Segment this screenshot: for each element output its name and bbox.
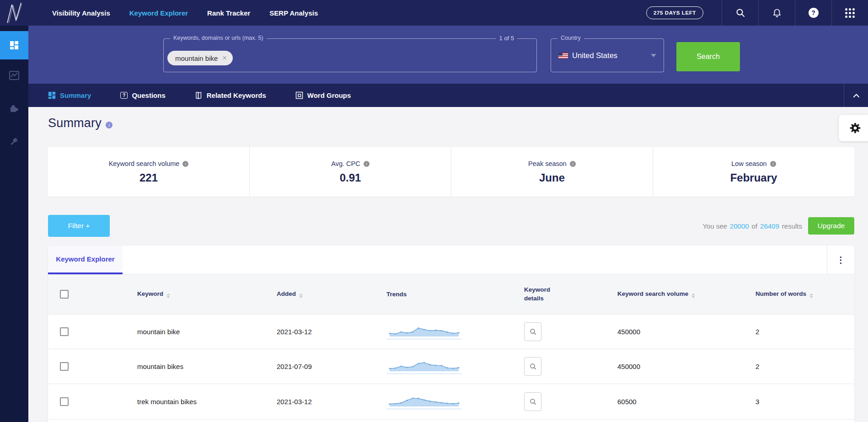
table-row: mountain bike 2021-03-12 450000 2 xyxy=(48,314,854,349)
tab-questions[interactable]: ? Questions xyxy=(120,91,165,99)
page: Visibility Analysis Keyword Explorer Ran… xyxy=(0,0,868,422)
row-checkbox[interactable] xyxy=(60,397,69,406)
info-icon[interactable]: i xyxy=(570,161,576,167)
main-content: Summary i Keyword search volume i xyxy=(28,107,868,422)
results-shown-count: 20000 xyxy=(730,222,749,230)
nav-rank-tracker[interactable]: Rank Tracker xyxy=(207,9,250,17)
summary-grid-icon xyxy=(48,91,56,99)
trend-sparkline xyxy=(386,324,462,340)
tab-questions-label: Questions xyxy=(132,91,165,99)
bell-icon xyxy=(772,8,782,18)
tab-summary[interactable]: Summary xyxy=(48,91,91,99)
apps-button[interactable] xyxy=(831,0,868,26)
main-nav: Visibility Analysis Keyword Explorer Ran… xyxy=(52,9,318,17)
days-left-badge[interactable]: 275 DAYS LEFT xyxy=(646,6,703,19)
tab-keyword-explorer-table[interactable]: Keyword Explorer xyxy=(48,246,123,274)
select-all-checkbox[interactable] xyxy=(60,290,69,299)
cell-keyword: mountain bike xyxy=(137,328,277,336)
stat-card-avg-cpc: Avg. CPC i 0.91 xyxy=(250,147,451,197)
help-button[interactable]: ? xyxy=(795,0,831,26)
results-of: of xyxy=(752,222,758,230)
subtab-bar: Summary ? Questions Related Keywords Wor… xyxy=(28,84,868,107)
top-nav: Visibility Analysis Keyword Explorer Ran… xyxy=(0,0,868,26)
keywords-counter: 1 of 5 xyxy=(496,35,517,42)
search-button[interactable]: Search xyxy=(676,42,740,71)
cell-added: 2021-03-12 xyxy=(277,328,386,336)
column-header-words[interactable]: Number of words xyxy=(755,290,854,299)
cell-words: 2 xyxy=(755,363,854,370)
word-groups-icon xyxy=(295,91,303,99)
results-total-count: 26409 xyxy=(760,222,779,230)
info-icon[interactable]: i xyxy=(364,161,370,167)
upgrade-button[interactable]: Upgrade xyxy=(808,217,854,235)
sort-icon xyxy=(166,294,170,299)
row-checkbox[interactable] xyxy=(60,362,69,371)
tab-related-keywords[interactable]: Related Keywords xyxy=(195,91,266,99)
nav-keyword-explorer[interactable]: Keyword Explorer xyxy=(129,9,188,17)
puzzle-icon xyxy=(10,104,19,113)
info-icon[interactable]: i xyxy=(106,122,113,128)
toolbar: Filter + You see 20000 of 26409 results … xyxy=(48,215,854,237)
country-select[interactable]: Country United States xyxy=(551,38,664,72)
column-header-volume[interactable]: Keyword search volume xyxy=(617,290,755,299)
keywords-input[interactable]: Keywords, domains or urls (max. 5) 1 of … xyxy=(163,38,537,72)
sort-icon xyxy=(809,294,813,299)
keyword-table-card: Keyword Explorer ⋮ Keyword Added Trends … xyxy=(48,246,854,422)
table-header-row: Keyword Added Trends Keyword details Key… xyxy=(48,274,854,314)
sort-icon xyxy=(299,294,303,299)
column-header-details: Keyword details xyxy=(524,286,617,303)
tab-word-groups[interactable]: Word Groups xyxy=(295,91,351,99)
sidebar-item-integrations[interactable] xyxy=(0,94,28,123)
sidebar-item-visibility[interactable] xyxy=(0,61,28,90)
cell-keyword: trek mountain bikes xyxy=(137,398,277,406)
cell-volume: 60500 xyxy=(617,398,755,406)
stat-value: February xyxy=(730,171,777,184)
notifications-button[interactable] xyxy=(758,0,795,26)
keyword-chip-text: mountain bike xyxy=(175,54,218,62)
page-title-row: Summary i xyxy=(48,116,113,130)
keyword-chip: mountain bike × xyxy=(167,51,233,65)
sidebar-item-dashboard[interactable] xyxy=(0,31,28,59)
tab-related-keywords-label: Related Keywords xyxy=(207,91,266,99)
keyword-details-button[interactable] xyxy=(524,392,541,411)
stat-value: June xyxy=(539,171,565,184)
sidebar-item-tools[interactable] xyxy=(0,127,28,155)
stat-card-peak-season: Peak season i June xyxy=(451,147,653,197)
column-header-added[interactable]: Added xyxy=(277,290,386,299)
keywords-input-label: Keywords, domains or urls (max. 5) xyxy=(170,35,267,41)
table-row-partial xyxy=(48,419,854,422)
app-logo[interactable] xyxy=(0,0,28,26)
table-row: mountain bikes 2021-07-09 450000 2 xyxy=(48,349,854,384)
country-value: United States xyxy=(572,51,617,60)
magnifier-icon xyxy=(530,363,536,370)
magnifier-icon xyxy=(530,328,536,335)
keyword-details-button[interactable] xyxy=(524,322,541,341)
table-options-button[interactable]: ⋮ xyxy=(827,246,854,274)
results-you-see: You see xyxy=(702,222,727,230)
chip-close-icon[interactable]: × xyxy=(222,54,226,62)
cell-volume: 450000 xyxy=(617,363,755,370)
filter-button[interactable]: Filter + xyxy=(48,215,110,237)
collapse-panel-button[interactable] xyxy=(844,84,868,107)
gear-icon xyxy=(849,122,861,134)
keyword-details-button[interactable] xyxy=(524,357,541,376)
nav-serp-analysis[interactable]: SERP Analysis xyxy=(269,9,318,17)
topnav-search-button[interactable] xyxy=(722,0,758,26)
apps-grid-icon xyxy=(845,8,855,18)
stat-value: 0.91 xyxy=(340,171,361,184)
trend-sparkline xyxy=(386,394,462,410)
row-checkbox[interactable] xyxy=(60,327,69,336)
settings-card[interactable] xyxy=(839,115,868,141)
nav-visibility-analysis[interactable]: Visibility Analysis xyxy=(52,9,110,17)
line-chart-icon xyxy=(9,71,19,80)
tab-word-groups-label: Word Groups xyxy=(307,91,351,99)
info-icon[interactable]: i xyxy=(182,161,188,167)
column-header-keyword[interactable]: Keyword xyxy=(137,290,277,299)
stat-label: Avg. CPC xyxy=(331,160,360,167)
info-icon[interactable]: i xyxy=(770,161,776,167)
cell-words: 3 xyxy=(755,398,854,406)
column-header-trends: Trends xyxy=(386,291,524,298)
table-row: trek mountain bikes 2021-03-12 60500 3 xyxy=(48,384,854,419)
search-icon xyxy=(736,8,745,17)
chevron-up-icon xyxy=(853,93,860,98)
